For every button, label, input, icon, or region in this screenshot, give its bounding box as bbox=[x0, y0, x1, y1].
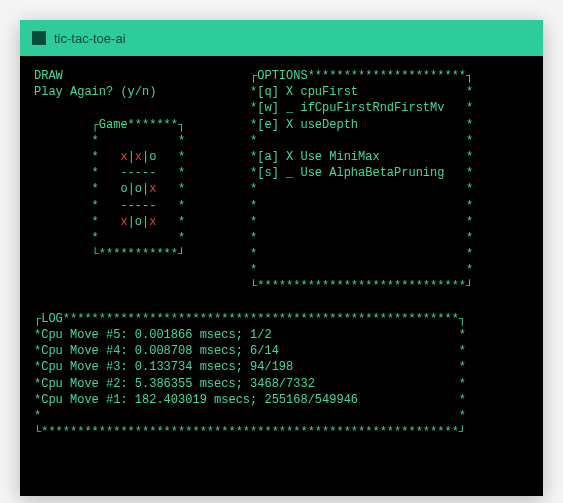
window-title: tic-tac-toe-ai bbox=[54, 31, 126, 46]
titlebar[interactable]: tic-tac-toe-ai bbox=[20, 20, 543, 56]
terminal-output[interactable]: DRAW ┌OPTIONS**********************┐ Pla… bbox=[20, 56, 543, 496]
app-window: tic-tac-toe-ai DRAW ┌OPTIONS************… bbox=[20, 20, 543, 496]
app-icon bbox=[32, 31, 46, 45]
